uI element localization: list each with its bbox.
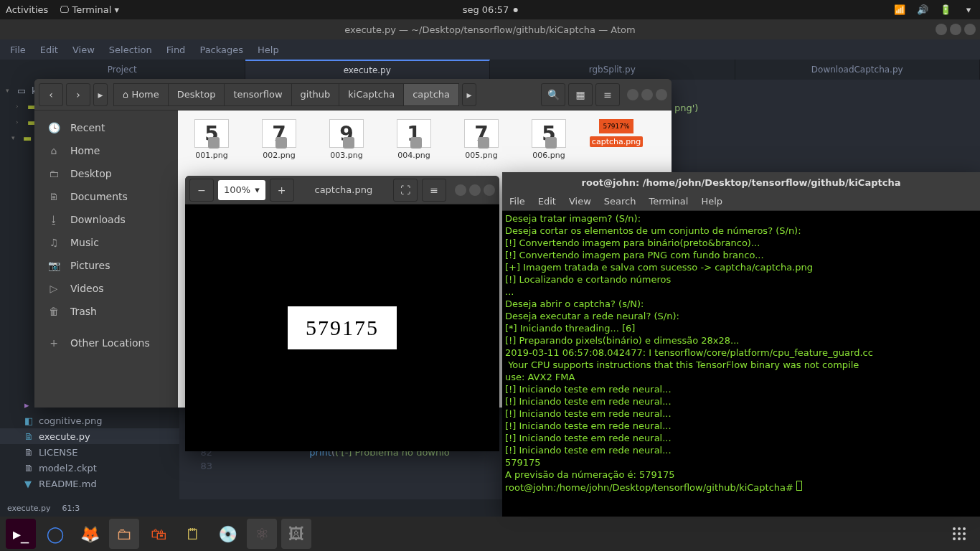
folder-icon: 🗀	[47, 167, 60, 180]
dock-files[interactable]: 🗀	[109, 519, 139, 549]
download-icon: ⭳	[47, 213, 60, 226]
file-item[interactable]: 5006.png	[524, 119, 574, 160]
tree-file[interactable]: ▼README.md	[0, 476, 179, 491]
breadcrumb: ⌂ Home Desktop tensorflow github kiCaptc…	[113, 83, 459, 106]
tree-file[interactable]: 🗎execute.py	[0, 428, 179, 444]
term-menu-terminal[interactable]: Terminal	[649, 196, 688, 207]
tree-file[interactable]: 🗎model2.ckpt	[0, 460, 179, 476]
status-file[interactable]: execute.py	[7, 504, 51, 513]
file-item-selected[interactable]: 57917%captcha.png	[591, 119, 641, 160]
dock-text-editor[interactable]: 🗒	[178, 519, 208, 549]
wifi-icon[interactable]: 📶	[894, 4, 905, 16]
lock-icon	[478, 137, 489, 149]
sidebar-recent[interactable]: 🕓Recent	[34, 116, 178, 139]
file-item[interactable]: 5001.png	[187, 119, 237, 160]
sidebar-videos[interactable]: ▷Videos	[34, 277, 178, 300]
menu-selection[interactable]: Selection	[109, 44, 152, 55]
crumb-github[interactable]: github	[291, 83, 339, 106]
dock-firefox[interactable]: 🦊	[75, 519, 105, 549]
battery-icon[interactable]: 🔋	[940, 4, 951, 16]
notification-dot	[513, 8, 517, 12]
activities-button[interactable]: Activities	[6, 4, 48, 15]
dock-image-viewer[interactable]: 🖼	[281, 519, 311, 549]
clock[interactable]: seg 06:57	[463, 4, 509, 15]
image-canvas[interactable]: 579175	[185, 204, 499, 451]
eog-menu-button[interactable]: ≡	[422, 179, 446, 202]
power-menu-icon[interactable]: ▾	[963, 4, 974, 16]
file-item[interactable]: 7002.png	[254, 119, 304, 160]
menu-view[interactable]: View	[72, 44, 95, 55]
documents-icon: 🗎	[47, 190, 60, 203]
sidebar-music[interactable]: ♫Music	[34, 231, 178, 254]
dock-chromium[interactable]: ◯	[40, 519, 70, 549]
naut-maximize-button[interactable]	[641, 89, 653, 100]
atom-close-button[interactable]	[964, 24, 976, 35]
nav-back-button[interactable]: ‹	[39, 83, 63, 106]
nav-forward-button[interactable]: ›	[66, 83, 90, 106]
status-cursor-pos[interactable]: 61:3	[62, 504, 80, 513]
naut-minimize-button[interactable]	[627, 89, 639, 100]
sidebar-pictures[interactable]: 📷Pictures	[34, 254, 178, 277]
dock-atom[interactable]: ⚛	[247, 519, 277, 549]
lock-icon	[410, 137, 422, 149]
file-item[interactable]: 7005.png	[456, 119, 507, 160]
crumb-kicaptcha[interactable]: kiCaptcha	[339, 83, 403, 106]
tab-project[interactable]: Project	[0, 60, 245, 80]
term-menu-edit[interactable]: Edit	[538, 196, 556, 207]
fullscreen-button[interactable]: ⛶	[393, 179, 418, 202]
sidebar-trash[interactable]: 🗑Trash	[34, 300, 178, 323]
eog-close-button[interactable]	[484, 184, 495, 196]
show-applications-button[interactable]	[953, 527, 966, 540]
volume-icon[interactable]: 🔊	[917, 4, 928, 16]
crumb-desktop[interactable]: Desktop	[168, 83, 225, 106]
term-menu-search[interactable]: Search	[604, 196, 636, 207]
image-viewer-title: captcha.png	[298, 184, 389, 195]
zoom-level[interactable]: 100%▾	[218, 180, 265, 200]
atom-maximize-button[interactable]	[950, 24, 961, 35]
terminal-app-menu[interactable]: 🖵 Terminal ▾	[60, 4, 119, 15]
tab-rgbsplit-py[interactable]: rgbSplit.py	[490, 60, 735, 80]
view-toggle-button[interactable]: ▦	[568, 83, 593, 106]
menu-packages[interactable]: Packages	[199, 44, 243, 55]
eog-maximize-button[interactable]	[469, 184, 481, 196]
zoom-out-button[interactable]: −	[189, 179, 214, 202]
file-item[interactable]: 1004.png	[389, 119, 439, 160]
menu-find[interactable]: Find	[166, 44, 186, 55]
sidebar-home[interactable]: ⌂Home	[34, 139, 178, 162]
terminal-output[interactable]: Deseja tratar imagem? (S/n):Deseja corta…	[502, 211, 980, 517]
crumb-captcha[interactable]: captcha	[403, 83, 459, 106]
sidebar-documents[interactable]: 🗎Documents	[34, 185, 178, 208]
term-menu-view[interactable]: View	[569, 196, 591, 207]
term-menu-help[interactable]: Help	[701, 196, 722, 207]
term-menu-file[interactable]: File	[509, 196, 525, 207]
eog-minimize-button[interactable]	[455, 184, 466, 196]
sidebar-other-locations[interactable]: +Other Locations	[34, 331, 178, 354]
lock-icon	[343, 137, 354, 149]
sidebar-downloads[interactable]: ⭳Downloads	[34, 208, 178, 231]
terminal-window: root@john: /home/john/Desktop/tensorflow…	[502, 172, 980, 517]
tab-downloadcaptcha-py[interactable]: DownloadCaptcha.py	[735, 60, 981, 80]
naut-close-button[interactable]	[656, 89, 667, 100]
dock-terminal[interactable]: ▸_	[6, 519, 36, 549]
path-overflow-button[interactable]: ▸	[462, 83, 476, 106]
atom-minimize-button[interactable]	[936, 24, 947, 35]
crumb-home[interactable]: ⌂ Home	[113, 83, 168, 106]
zoom-in-button[interactable]: +	[270, 179, 294, 202]
sidebar-desktop[interactable]: 🗀Desktop	[34, 162, 178, 185]
menu-edit[interactable]: Edit	[40, 44, 58, 55]
tree-file[interactable]: ◧cognitive.png	[0, 413, 179, 428]
home-icon: ⌂	[47, 144, 60, 157]
menu-file[interactable]: File	[10, 44, 26, 55]
dock-software[interactable]: 🛍	[143, 519, 174, 549]
file-item[interactable]: 9003.png	[321, 119, 372, 160]
tree-file[interactable]: 🗎LICENSE	[0, 444, 179, 460]
tab-execute-py[interactable]: execute.py	[245, 60, 491, 80]
hamburger-menu-button[interactable]: ≡	[595, 83, 620, 106]
search-button[interactable]: 🔍	[541, 83, 565, 106]
path-toggle-button[interactable]: ▸	[93, 83, 108, 106]
trash-icon: 🗑	[47, 305, 60, 318]
atom-title: execute.py — ~/Desktop/tensorflow/github…	[344, 24, 635, 35]
menu-help[interactable]: Help	[258, 44, 279, 55]
dock-disks[interactable]: 💿	[212, 519, 242, 549]
crumb-tensorflow[interactable]: tensorflow	[224, 83, 291, 106]
